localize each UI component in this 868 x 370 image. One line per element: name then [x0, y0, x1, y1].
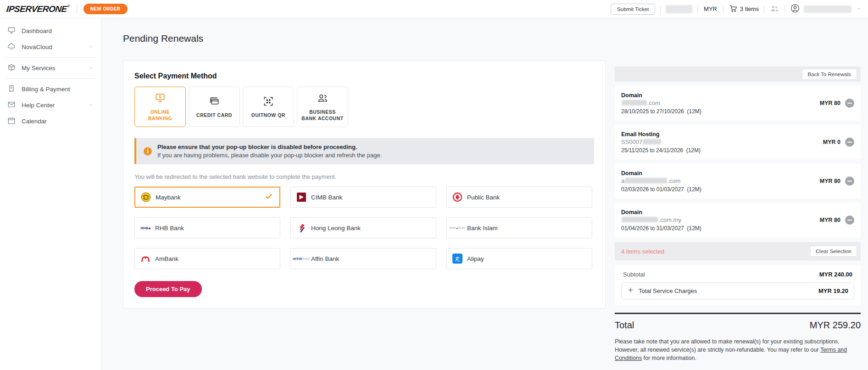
ambank-logo-icon [140, 254, 150, 264]
logo-registered-mark: ® [67, 4, 70, 8]
sidebar-item-label: My Services [22, 65, 88, 72]
item-name: SS0007 [621, 138, 701, 145]
summary-header-bar: Back To Renewals [615, 66, 861, 82]
payment-method-tabs: $ ONLINE BANKING CREDIT CARD DUITNOW QR … [134, 87, 594, 127]
tab-label: BUSINESS BANK ACCOUNT [301, 109, 344, 121]
redacted-domain-name [622, 100, 647, 105]
item-name: .com [621, 99, 701, 106]
bank-option-maybank[interactable]: Maybank [134, 187, 280, 208]
online-banking-icon: $ [154, 92, 166, 106]
sidebar-navigation: Dashboard NovaCloud My Services Billing … [0, 18, 101, 370]
total-label: Total [615, 320, 634, 331]
sidebar-item-label: Billing & Payment [22, 86, 94, 93]
logo-text: IPSERVERONE [6, 4, 67, 14]
divider [77, 5, 77, 14]
service-charges-expander[interactable]: Total Service Charges MYR 19.20 [621, 282, 854, 299]
notice-line2: If you are having problems, please disab… [157, 152, 587, 159]
subtotal-label: Subtotal [623, 271, 645, 278]
item-category: Email Hosting [621, 131, 701, 138]
tab-duitnow-qr[interactable]: DUITNOW QR [243, 87, 294, 127]
calendar-icon [7, 116, 16, 127]
item-category: Domain [621, 209, 701, 215]
submit-ticket-button[interactable]: Submit Ticket [611, 4, 655, 15]
tab-business-bank-account[interactable]: BUSINESS BANK ACCOUNT [297, 87, 348, 127]
cart-icon [729, 4, 738, 15]
item-period: 25/11/2025 to 24/11/2026 (12M) [621, 147, 701, 154]
content-area: Pending Renewals Select Payment Method $… [101, 18, 868, 370]
currency-selector[interactable]: MYR [704, 6, 717, 12]
rhb-logo-icon: RHB◆ [140, 223, 150, 233]
cart-count-label: 3 Items [740, 6, 759, 12]
remove-item-button[interactable] [845, 138, 854, 147]
divider [6, 57, 95, 58]
payment-card-title: Select Payment Method [134, 72, 594, 80]
bank-name: CIMB Bank [311, 194, 429, 201]
item-name: .com.my [621, 216, 701, 223]
sidebar-item-label: NovaCloud [22, 44, 88, 50]
item-period: 02/03/2026 to 01/03/2027 (12M) [621, 186, 701, 193]
sidebar-item-help-center[interactable]: Help Center [0, 97, 101, 113]
selection-status-bar: 4 items selected Clear Selection [615, 242, 861, 260]
sidebar-item-billing-payment[interactable]: Billing & Payment [0, 81, 101, 97]
sidebar-item-my-services[interactable]: My Services [0, 60, 101, 76]
sidebar-item-calendar[interactable]: Calendar [0, 113, 101, 129]
bank-options-grid: Maybank CIMB Bank Public Bank RHB◆ RHB B… [134, 187, 594, 269]
divider [697, 6, 698, 13]
bank-option-rhb[interactable]: RHB◆ RHB Bank [134, 217, 280, 238]
divider [6, 78, 95, 79]
tab-credit-card[interactable]: CREDIT CARD [189, 87, 240, 127]
remove-item-button[interactable] [845, 99, 854, 108]
notice-line1: Please ensure that your pop-up blocker i… [157, 144, 587, 150]
renewal-summary-panel: Back To Renewals Domain .com 28/10/2025 … [615, 66, 861, 370]
bank-name: Affin Bank [311, 255, 429, 262]
bank-option-affin[interactable]: AFFINBANK Affin Bank [290, 248, 436, 269]
proceed-to-pay-button[interactable]: Proceed To Pay [134, 281, 202, 297]
item-period: 28/10/2025 to 27/10/2026 (12M) [621, 108, 701, 115]
monitor-icon [7, 26, 16, 36]
clear-selection-button[interactable]: Clear Selection [810, 246, 857, 257]
bank-option-public-bank[interactable]: Public Bank [446, 187, 592, 208]
sidebar-item-label: Help Center [22, 102, 88, 109]
redirect-note: You will be redirected to the selected b… [134, 173, 594, 180]
tab-label: ONLINE BANKING [139, 109, 181, 121]
new-order-button[interactable]: NEW ORDER [83, 4, 128, 14]
page-title: Pending Renewals [123, 33, 606, 44]
bank-islam-logo-icon: BANK●ISLAM [452, 223, 462, 233]
remove-item-button[interactable] [845, 177, 854, 186]
sidebar-item-dashboard[interactable]: Dashboard [0, 23, 101, 39]
bank-option-ambank[interactable]: AmBank [134, 248, 280, 269]
bank-name: Alipay [467, 255, 585, 262]
bank-option-hong-leong[interactable]: Hong Leong Bank [290, 217, 436, 238]
total-divider [615, 313, 861, 314]
item-period: 01/04/2026 to 31/03/2027 (12M) [621, 225, 701, 232]
service-charges-value: MYR 19.20 [818, 287, 848, 294]
company-logo[interactable]: IPSERVERONE ® [6, 4, 70, 14]
subtotal-value: MYR 240.00 [819, 271, 852, 278]
tab-online-banking[interactable]: $ ONLINE BANKING [134, 87, 186, 127]
accounts-group-icon[interactable] [769, 3, 779, 15]
renewal-item: Domain a.com 02/03/2026 to 01/03/2027 (1… [615, 164, 861, 199]
public-bank-logo-icon [452, 192, 462, 202]
redacted-user-name [804, 6, 851, 13]
item-category: Domain [621, 92, 701, 99]
cart-button[interactable]: 3 Items [729, 4, 759, 15]
item-name: a.com [621, 177, 701, 184]
renewal-item: Email Hosting SS0007 25/11/2025 to 24/11… [615, 125, 861, 160]
renewal-disclaimer: Please take note that you are allowed to… [615, 337, 861, 362]
bank-name: Public Bank [467, 194, 585, 201]
back-to-renewals-button[interactable]: Back To Renewals [802, 69, 857, 80]
bank-option-alipay[interactable]: Alipay [446, 248, 592, 269]
sidebar-item-novacloud[interactable]: NovaCloud [0, 39, 101, 55]
redacted-domain-name [622, 217, 658, 222]
chevron-down-icon[interactable] [851, 5, 862, 13]
divider [660, 6, 661, 13]
bank-option-bank-islam[interactable]: BANK●ISLAM Bank Islam [446, 217, 592, 238]
bank-option-cimb[interactable]: CIMB Bank [290, 187, 436, 208]
business-accounts-icon [317, 92, 328, 106]
remove-item-button[interactable] [845, 215, 854, 225]
user-menu[interactable] [790, 3, 851, 15]
package-icon [7, 63, 16, 73]
item-price: MYR 80 [820, 217, 840, 223]
qr-code-icon [262, 95, 274, 109]
bank-name: Bank Islam [467, 225, 585, 232]
